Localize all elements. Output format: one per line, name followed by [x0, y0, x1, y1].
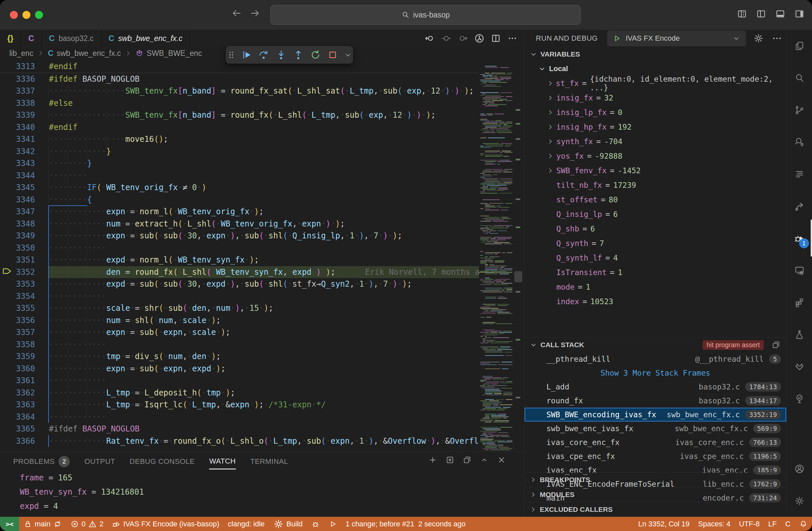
line-number[interactable]: 3357 [0, 326, 35, 338]
stack-frame-row[interactable]: ivas_cpe_enc_fxivas_cpe_enc.c1196:5 [525, 449, 786, 463]
code-line[interactable]: 3346········{ [0, 194, 479, 206]
line-number[interactable]: 3364 [0, 411, 35, 423]
scope-local[interactable]: Local [525, 61, 786, 76]
command-center-search[interactable]: ivas-basop [270, 5, 581, 25]
restart-button[interactable] [308, 48, 322, 62]
clangd-status-item[interactable]: clangd: idle [224, 517, 269, 531]
step-into-button[interactable] [274, 48, 288, 62]
scm-status-item[interactable]: 1 change; before #21 2 seconds ago [341, 517, 470, 531]
line-number[interactable]: 3354 [0, 290, 35, 303]
variable-row[interactable]: yos_fx=-92888 [525, 149, 786, 163]
panel-tab-terminal[interactable]: TERMINAL [250, 454, 288, 469]
line-number[interactable]: 3363 [0, 399, 35, 411]
toggle-sidebar-icon[interactable] [756, 9, 766, 19]
copy-call-stack-icon[interactable] [772, 340, 780, 349]
variable-row[interactable]: st_fx={idchan:0, id_element:0, element_m… [525, 76, 786, 90]
minimize-window-button[interactable] [23, 11, 30, 19]
breadcrumb-item[interactable]: swb_bwe_enc_fx.c [57, 49, 121, 58]
zoom-window-button[interactable] [35, 11, 43, 19]
more-actions-icon[interactable] [507, 33, 518, 44]
prev-change-icon[interactable] [424, 33, 435, 44]
search-icon[interactable] [786, 62, 812, 94]
run-and-debug-icon[interactable]: 1 [786, 222, 812, 254]
code-line[interactable]: 3353············expd·=·sub(·sub(·30,·exp… [0, 278, 479, 290]
tab-swb-bwe-enc-fx[interactable]: Cswb_bwe_enc_fx.c [101, 30, 190, 47]
notifications-item[interactable] [795, 517, 812, 531]
settings-gear-icon[interactable] [786, 485, 812, 517]
tab-basop32[interactable]: Cbasop32.c [42, 30, 101, 47]
variable-row[interactable]: index=10523 [525, 294, 786, 309]
scrollbar-handle[interactable] [514, 271, 522, 282]
line-number[interactable]: 3341 [0, 133, 35, 145]
step-out-button[interactable] [291, 48, 305, 62]
gitlab-icon[interactable] [786, 350, 812, 382]
line-number[interactable]: 3356 [0, 315, 35, 327]
code-line[interactable]: 3342············} [0, 145, 479, 158]
code-line[interactable]: 3360············expn·=·sub(·expn,·expd·)… [0, 363, 479, 375]
cursor-position-item[interactable]: Ln 3352, Col 19 [634, 517, 694, 531]
breadcrumb-item[interactable]: SWB_BWE_enc [147, 49, 202, 58]
gear-icon[interactable] [753, 33, 764, 44]
line-number[interactable]: 3349 [0, 230, 35, 242]
debug-config-dropdown[interactable]: IVAS FX Encode [607, 30, 746, 46]
run-item[interactable] [324, 517, 341, 531]
line-number[interactable]: 3360 [0, 363, 35, 375]
code-line[interactable]: 3365#ifdef·BASOP_NOGLOB [0, 423, 479, 435]
panel-tab-output[interactable]: OUTPUT [84, 454, 115, 469]
variable-row[interactable]: insig_fx=32 [525, 90, 786, 105]
line-number[interactable]: 3350 [0, 242, 35, 254]
search-references-icon[interactable] [786, 126, 812, 158]
account-icon[interactable] [786, 453, 812, 485]
code-line[interactable]: 3344········ [0, 170, 479, 182]
code-line[interactable]: 3350············ [0, 242, 479, 254]
code-line[interactable]: 3354············ [0, 290, 479, 303]
line-number[interactable]: 3358 [0, 338, 35, 351]
code-pane[interactable]: 3313#endif3336#ifdef·BASOP_NOGLOB3337···… [0, 59, 479, 451]
explorer-icon[interactable] [786, 30, 812, 62]
navigate-forward-icon[interactable] [250, 8, 260, 18]
line-number[interactable]: 3347 [0, 206, 35, 218]
call-stack-header[interactable]: CALL STACK hit program assert [525, 337, 786, 352]
stop-button[interactable] [326, 48, 339, 62]
variable-row[interactable]: Q_insig_lp=6 [525, 207, 786, 222]
code-line[interactable]: 3361············ [0, 375, 479, 387]
code-line[interactable]: 3363············L_tmp·=·Isqrt_lc(·L_tmp,… [0, 399, 479, 411]
continue-button[interactable] [240, 48, 253, 62]
build-item[interactable]: Build [269, 517, 307, 531]
line-number[interactable]: 3348 [0, 218, 35, 230]
code-line[interactable]: 3349············expn·=·sub(·sub(·30,·exp… [0, 230, 479, 242]
code-line[interactable]: 3339················SWB_tenv_fx[n_band]·… [0, 109, 479, 121]
code-line[interactable]: 3343········} [0, 157, 479, 170]
code-line[interactable]: 3348············num·=·extract_h(·L_shl(·… [0, 218, 479, 230]
next-change-icon[interactable] [458, 33, 468, 44]
line-number[interactable]: 3340 [0, 121, 35, 134]
bug-item[interactable] [307, 517, 324, 531]
watch-item[interactable]: frame = 165 [20, 471, 511, 485]
change-icon[interactable] [441, 33, 452, 44]
variable-row[interactable]: IsTransient=1 [525, 265, 786, 280]
branch-item[interactable]: main [19, 517, 66, 531]
section-breakpoints[interactable]: BREAKPOINTS [525, 472, 786, 487]
line-number[interactable]: 3313 [0, 60, 35, 73]
code-line[interactable]: 3338#else [0, 97, 479, 109]
panel-tab-problems[interactable]: PROBLEMS2 [13, 454, 70, 469]
code-line[interactable]: 3358············ [0, 338, 479, 351]
stack-frame-row[interactable]: __pthread_kill@__pthread_kill5 [525, 352, 786, 366]
outline-icon[interactable] [786, 158, 812, 190]
line-number[interactable]: 3338 [0, 97, 35, 109]
debug-config-item[interactable]: IVAS FX Encode (ivas-basop) [108, 517, 224, 531]
watch-item[interactable]: expd = 4 [20, 499, 511, 514]
line-number[interactable]: 3366 [0, 435, 35, 447]
expand-chevron-icon[interactable] [547, 167, 556, 174]
remote-explorer-icon[interactable] [786, 254, 812, 286]
variable-row[interactable]: Q_synth=7 [525, 236, 786, 251]
line-number[interactable]: 3351 [0, 254, 35, 266]
overview-ruler[interactable] [512, 59, 524, 451]
variable-row[interactable]: tilt_nb_fx=17239 [525, 178, 786, 193]
breadcrumb-item[interactable]: lib_enc [9, 49, 33, 58]
remove-all-watch-button[interactable] [446, 456, 454, 464]
problems-item[interactable]: 02 [66, 517, 108, 531]
close-window-button[interactable] [10, 11, 18, 19]
stack-frame-row[interactable]: round_fxbasop32.c1344:17 [525, 394, 786, 408]
variable-row[interactable]: Q_synth_lf=4 [525, 251, 786, 265]
